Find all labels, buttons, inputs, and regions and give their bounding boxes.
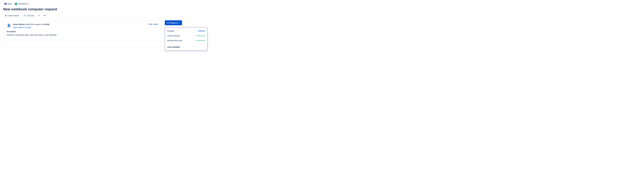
resolve-label: Resolve this issue bbox=[167, 39, 182, 42]
pending-label: Pending bbox=[167, 30, 174, 32]
right-column: In Progress ▾ Pending → PENDING Cancel r… bbox=[165, 20, 210, 40]
description-label: Description bbox=[6, 31, 158, 33]
create-subtask-button[interactable]: ⊞ Create subtask bbox=[3, 13, 21, 17]
link-issue-button[interactable]: 🔗 Link issue bbox=[22, 13, 36, 17]
canceled-badge: CANCELED bbox=[196, 35, 205, 37]
avatar: 👤 bbox=[6, 23, 11, 28]
view-portal-link[interactable]: View request in portal bbox=[13, 26, 49, 28]
requester-text-block: Omar Darboe raised this request via Port… bbox=[13, 23, 49, 28]
back-button[interactable]: ◀ Back bbox=[3, 2, 13, 5]
status-button[interactable]: In Progress ▾ bbox=[165, 20, 182, 25]
subtask-icon: ⊞ bbox=[5, 14, 6, 17]
main-layout: 👤 Omar Darboe raised this request via Po… bbox=[3, 20, 210, 48]
link-icon: 🔗 bbox=[24, 14, 26, 17]
top-nav: ◀ Back ✓ ITSAMPLE-1 bbox=[3, 2, 210, 5]
person-icon: 👤 bbox=[8, 24, 10, 27]
view-workflow-label: View workflow bbox=[167, 46, 180, 48]
more-icon: ••• bbox=[44, 14, 46, 17]
portal-label: Portal bbox=[44, 23, 49, 25]
description-section: Description Jennifer is joining the sale… bbox=[6, 31, 158, 36]
dropdown-item-resolve[interactable]: Resolve this issue → RESOLVED bbox=[165, 38, 207, 43]
hide-details-button[interactable]: Hide details bbox=[148, 23, 158, 25]
action-toolbar: ⊞ Create subtask 🔗 Link issue ▾ ••• bbox=[3, 13, 210, 18]
status-dropdown: Pending → PENDING Cancel request → CANCE… bbox=[165, 27, 208, 51]
cancel-label: Cancel request bbox=[167, 35, 180, 37]
view-workflow-item[interactable]: View workflow bbox=[165, 45, 207, 49]
requester-name: Omar Darboe bbox=[13, 23, 25, 25]
status-label: In Progress bbox=[167, 22, 178, 24]
requester-text: Omar Darboe raised this request via Port… bbox=[13, 23, 49, 26]
chevron-down-icon: ▾ bbox=[179, 22, 180, 24]
dropdown-button[interactable]: ▾ bbox=[37, 14, 41, 17]
page-title: New notebook computer request bbox=[3, 7, 210, 11]
more-options-button[interactable]: ••• bbox=[42, 13, 47, 18]
itsample-icon: ✓ bbox=[15, 3, 17, 5]
comment-box[interactable] bbox=[3, 41, 162, 48]
pending-status: → PENDING bbox=[195, 30, 205, 32]
resolve-status: → RESOLVED bbox=[194, 40, 205, 42]
back-label: Back bbox=[8, 3, 12, 5]
resolve-arrow: → bbox=[194, 40, 195, 42]
back-icon: ◀ bbox=[4, 3, 7, 5]
pending-badge: PENDING bbox=[198, 30, 205, 32]
pending-arrow: → bbox=[195, 30, 196, 32]
create-subtask-label: Create subtask bbox=[7, 15, 19, 17]
requester-left: 👤 Omar Darboe raised this request via Po… bbox=[6, 23, 49, 28]
issue-id-text: ITSAMPLE-1 bbox=[18, 3, 29, 5]
left-column: 👤 Omar Darboe raised this request via Po… bbox=[3, 20, 162, 48]
dropdown-item-pending[interactable]: Pending → PENDING bbox=[165, 29, 207, 33]
raised-text: raised this request via bbox=[25, 23, 44, 25]
resolved-badge: RESOLVED bbox=[196, 40, 205, 41]
dropdown-item-cancel[interactable]: Cancel request → CANCELED bbox=[165, 33, 207, 38]
cancel-status: → CANCELED bbox=[193, 35, 205, 37]
link-issue-label: Link issue bbox=[26, 15, 34, 17]
description-text: Jennifer is joining the sales team and n… bbox=[6, 34, 158, 36]
dropdown-divider bbox=[165, 44, 207, 44]
cancel-arrow: → bbox=[193, 35, 195, 37]
request-card: 👤 Omar Darboe raised this request via Po… bbox=[3, 20, 162, 39]
dropdown-icon: ▾ bbox=[38, 15, 40, 17]
requester-info: 👤 Omar Darboe raised this request via Po… bbox=[6, 23, 158, 28]
issue-id-badge: ✓ ITSAMPLE-1 bbox=[15, 3, 29, 5]
